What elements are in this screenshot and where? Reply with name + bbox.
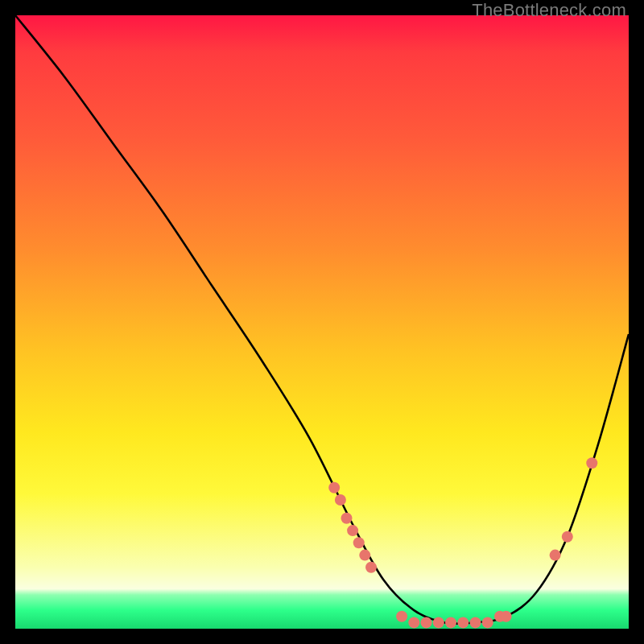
curve-markers (328, 457, 597, 628)
curve-marker (365, 562, 377, 573)
curve-marker (586, 457, 597, 469)
curve-marker (359, 550, 370, 561)
curve-marker (482, 617, 493, 628)
curve-marker (421, 617, 432, 628)
attribution-text: TheBottleneck.com (472, 0, 626, 21)
curve-marker (562, 531, 573, 543)
curve-marker (353, 537, 365, 548)
curve-marker (396, 611, 407, 622)
curve-marker (445, 617, 456, 628)
curve-marker (328, 482, 340, 493)
curve-marker (347, 525, 358, 536)
chart-plot-area (15, 15, 629, 629)
curve-marker (457, 617, 469, 628)
curve-marker (341, 513, 353, 524)
curve-marker (335, 494, 346, 506)
curve-marker (470, 617, 481, 628)
bottleneck-curve (15, 15, 629, 624)
curve-marker (433, 617, 444, 628)
curve-marker (408, 617, 419, 628)
curve-marker (550, 550, 561, 561)
curve-marker (501, 611, 512, 622)
bottleneck-chart-svg (15, 15, 629, 629)
